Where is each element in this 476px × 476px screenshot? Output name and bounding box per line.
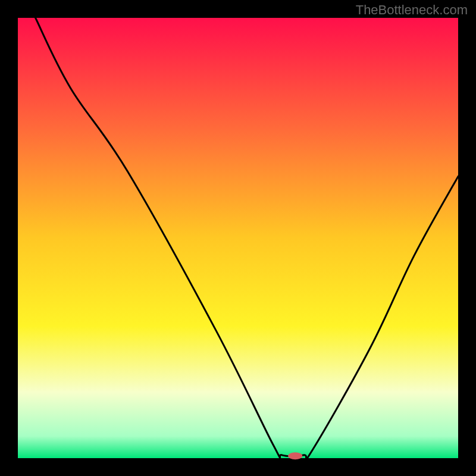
svg-rect-1	[18, 18, 458, 458]
bottleneck-chart: TheBottleneck.com	[0, 0, 476, 476]
optimum-marker	[288, 452, 302, 459]
chart-canvas	[0, 0, 476, 476]
watermark-text: TheBottleneck.com	[356, 2, 468, 18]
